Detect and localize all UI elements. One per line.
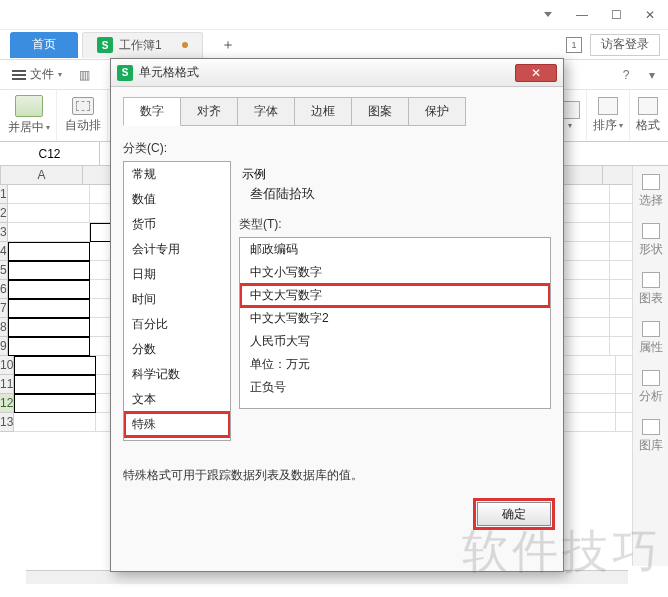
category-item[interactable]: 数值 [124,187,230,212]
name-box[interactable]: C12 [0,142,100,165]
autowrap-label: 自动排 [65,117,101,134]
login-label: 访客登录 [601,36,649,53]
tab-home[interactable]: 首页 [10,32,78,58]
side-select[interactable]: 选择 [639,174,663,209]
spreadsheet-icon: S [97,37,113,53]
type-item-selected[interactable]: 中文大写数字 [240,284,550,307]
chevron-down-icon [544,12,552,17]
new-tab-button[interactable]: ＋ [217,34,239,56]
category-item[interactable]: 百分比 [124,312,230,337]
save-icon[interactable]: ▥ [74,65,94,85]
row-header-selected[interactable]: 12 [0,394,14,413]
row-header[interactable]: 9 [0,337,8,356]
row-header[interactable]: 7 [0,299,8,318]
tab-protect[interactable]: 保护 [409,97,466,126]
dialog-buttons: 确定 [111,492,563,538]
file-menu[interactable]: 文件 ▾ [6,64,68,85]
properties-icon [642,321,660,337]
sample-value: 叁佰陆拾玖 [242,185,548,203]
file-menu-label: 文件 [30,66,54,83]
row-header[interactable]: 8 [0,318,8,337]
modified-indicator-icon [182,42,188,48]
col-header-a[interactable]: A [1,166,83,184]
format-button[interactable]: 格式 [629,90,666,141]
chevron-down-icon: ▾ [619,121,623,130]
sort-icon [598,97,618,115]
hamburger-icon [12,70,26,80]
autowrap-icon [72,97,94,115]
category-item[interactable]: 文本 [124,387,230,412]
row-header[interactable]: 2 [0,204,8,223]
side-chart[interactable]: 图表 [639,272,663,307]
merge-center-button[interactable]: 并居中▾ [2,90,57,141]
window-menu-button[interactable] [536,5,560,25]
category-description: 特殊格式可用于跟踪数据列表及数据库的值。 [123,467,551,484]
notification-badge[interactable]: 1 [566,37,582,53]
chevron-down-icon[interactable]: ▾ [642,65,662,85]
ok-button[interactable]: 确定 [477,502,551,526]
document-tabstrip: 首页 S 工作簿1 ＋ 1 访客登录 [0,30,668,60]
category-item[interactable]: 科学记数 [124,362,230,387]
side-analyze[interactable]: 分析 [639,370,663,405]
category-item[interactable]: 常规 [124,162,230,187]
dialog-title: 单元格格式 [139,64,199,81]
dialog-titlebar[interactable]: S 单元格格式 ✕ [111,59,563,87]
category-label: 分类(C): [123,140,551,157]
row-header[interactable]: 3 [0,223,8,242]
category-item[interactable]: 会计专用 [124,237,230,262]
side-gallery[interactable]: 图库 [639,419,663,454]
row-header[interactable]: 10 [0,356,14,375]
category-list[interactable]: 常规 数值 货币 会计专用 日期 时间 百分比 分数 科学记数 文本 特殊 自定… [123,161,231,441]
category-item[interactable]: 日期 [124,262,230,287]
row-header[interactable]: 4 [0,242,8,261]
tab-border[interactable]: 边框 [295,97,352,126]
autowrap-button[interactable]: 自动排 [59,90,108,141]
category-item[interactable]: 分数 [124,337,230,362]
close-button[interactable]: ✕ [638,5,662,25]
analyze-icon [642,370,660,386]
tab-font[interactable]: 字体 [238,97,295,126]
type-item[interactable]: 中文大写数字2 [240,307,550,330]
type-list[interactable]: 邮政编码 中文小写数字 中文大写数字 中文大写数字2 人民币大写 单位：万元 正… [239,237,551,409]
side-props[interactable]: 属性 [639,321,663,356]
row-header[interactable]: 6 [0,280,8,299]
category-item[interactable]: 时间 [124,287,230,312]
row-header[interactable]: 5 [0,261,8,280]
dialog-tabs: 数字 对齐 字体 边框 图案 保护 [111,87,563,126]
dialog-close-button[interactable]: ✕ [515,64,557,82]
category-item-selected[interactable]: 特殊 [124,412,230,437]
tab-workbook[interactable]: S 工作簿1 [82,32,203,58]
sort-button[interactable]: 排序▾ [586,90,629,141]
row-header[interactable]: 13 [0,413,14,432]
sort-label: 排序 [593,117,617,134]
type-item[interactable]: 正负号 [240,376,550,399]
sample-box: 示例 叁佰陆拾玖 [239,161,551,210]
guest-login-button[interactable]: 访客登录 [590,34,660,56]
merge-label: 并居中 [8,119,44,136]
minimize-button[interactable]: — [570,5,594,25]
tab-pattern[interactable]: 图案 [352,97,409,126]
category-item[interactable]: 自定义 [124,437,230,441]
row-header[interactable]: 1 [0,185,8,204]
tab-number[interactable]: 数字 [123,97,181,126]
name-box-value: C12 [38,147,60,161]
category-item[interactable]: 货币 [124,212,230,237]
help-icon[interactable]: ? [616,65,636,85]
format-icon [638,97,658,115]
chart-icon [642,272,660,288]
cell-format-dialog: S 单元格格式 ✕ 数字 对齐 字体 边框 图案 保护 分类(C): 常规 数值… [110,58,564,572]
tab-align[interactable]: 对齐 [181,97,238,126]
type-item[interactable]: 邮政编码 [240,238,550,261]
chevron-down-icon: ▾ [568,121,572,130]
maximize-button[interactable]: ☐ [604,5,628,25]
type-item[interactable]: 人民币大写 [240,330,550,353]
type-item[interactable]: 单位：万元 [240,353,550,376]
row-header[interactable]: 11 [0,375,14,394]
tab-workbook-label: 工作簿1 [119,37,162,54]
side-shape[interactable]: 形状 [639,223,663,258]
format-label: 格式 [636,117,660,134]
horizontal-scrollbar[interactable] [26,570,628,584]
shape-icon [642,223,660,239]
type-item[interactable]: 中文小写数字 [240,261,550,284]
dialog-body: 分类(C): 常规 数值 货币 会计专用 日期 时间 百分比 分数 科学记数 文… [111,126,563,492]
